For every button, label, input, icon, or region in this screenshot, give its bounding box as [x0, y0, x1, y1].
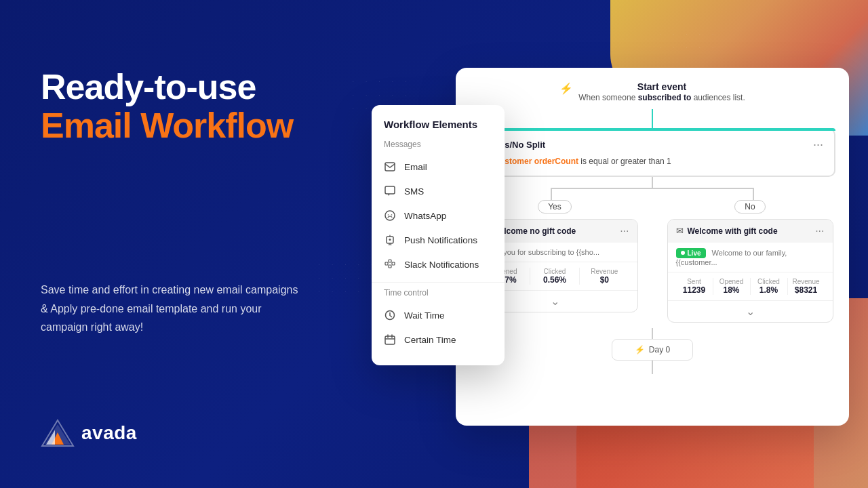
stat-revenue-right-value: $8321: [788, 285, 825, 295]
branch-h-line-container: [469, 177, 835, 189]
no-label: No: [734, 200, 765, 214]
dots-decoration-3: · · · · ·· · · · ·: [660, 27, 719, 54]
card-right-stats: Sent 11239 Opened 18% Clicked 1.8% Rev: [668, 272, 833, 300]
split-box: ⛶ Yes/No Split ··· ⚡ Customer orderCount…: [469, 128, 835, 177]
description-text: Save time and effort in creating new ema…: [41, 281, 298, 336]
stat-clicked-right-value: 1.8%: [751, 285, 787, 295]
wait-icon: [384, 309, 396, 321]
avada-logo: avada: [41, 419, 137, 447]
card-left-chevron: ⌄: [551, 295, 559, 308]
stat-revenue-left-value: $0: [580, 275, 629, 285]
svg-point-6: [385, 211, 395, 220]
stat-sent-right-label: Sent: [676, 278, 713, 285]
stat-revenue-left: Revenue $0: [580, 268, 629, 285]
day-box: ⚡ Day 0: [612, 339, 693, 361]
card-right-email-icon: ✉: [676, 226, 684, 236]
stat-revenue-right: Revenue $8321: [788, 278, 825, 295]
stat-revenue-right-label: Revenue: [788, 278, 825, 285]
svg-rect-16: [385, 336, 395, 344]
bottom-center: ⚡ Day 0: [469, 328, 835, 374]
live-badge: Live: [676, 248, 706, 258]
menu-item-sms[interactable]: SMS: [372, 179, 505, 203]
stat-clicked-right: Clicked 1.8%: [751, 278, 788, 295]
stat-sent-right-value: 11239: [676, 285, 713, 295]
left-v-line: [551, 189, 552, 200]
card-right-header: ✉ Welcome with gift code ···: [668, 220, 833, 243]
live-dot: [681, 251, 685, 255]
branches-row: Yes ✉ Welcome no gift code ··· Thank you…: [469, 200, 835, 323]
start-lightning-icon: ⚡: [559, 82, 573, 95]
svg-point-8: [391, 214, 393, 216]
svg-rect-4: [385, 163, 395, 171]
card-left-more[interactable]: ···: [620, 225, 629, 237]
email-label: Email: [404, 162, 427, 172]
svg-rect-13: [392, 262, 395, 265]
menu-item-slack[interactable]: Slack Notifications: [372, 252, 505, 277]
menu-item-email[interactable]: Email: [372, 155, 505, 179]
stat-revenue-left-label: Revenue: [580, 268, 629, 275]
split-condition-bold: Customer orderCount: [494, 157, 578, 166]
avada-logo-text: avada: [81, 422, 137, 444]
left-content: Ready-to-use Email Workflow Save time an…: [41, 68, 298, 336]
split-condition: ⚡ Customer orderCount is equal or greate…: [481, 156, 823, 167]
certain-label: Certain Time: [404, 335, 456, 345]
live-text: Live: [688, 249, 701, 257]
split-condition-rest: is equal or greater than 1: [580, 157, 671, 166]
start-event-title: Start event: [578, 81, 745, 92]
split-box-teal-top: [469, 128, 835, 131]
panel-divider: [372, 282, 505, 283]
stat-opened-right: Opened 18%: [713, 278, 751, 295]
bottom-v-line: [652, 328, 653, 339]
menu-item-wait[interactable]: Wait Time: [372, 303, 505, 327]
svg-rect-11: [385, 262, 388, 265]
messages-section-label: Messages: [372, 140, 505, 155]
center-v-line: [652, 177, 653, 188]
certain-icon: [384, 333, 396, 346]
wait-label: Wait Time: [404, 310, 445, 321]
sms-icon: [384, 185, 396, 197]
stat-opened-right-label: Opened: [713, 278, 750, 285]
whatsapp-label: WhatsApp: [404, 211, 446, 221]
avada-logo-icon: [41, 419, 75, 447]
split-more-button[interactable]: ···: [813, 138, 823, 152]
day-label: Day 0: [649, 345, 670, 354]
slack-icon: [384, 258, 396, 270]
menu-item-certain[interactable]: Certain Time: [372, 327, 505, 352]
start-event-desc: When someone subscribed to audiences lis…: [578, 92, 745, 104]
right-v-line: [753, 189, 754, 200]
email-icon: [384, 161, 396, 173]
card-with-gift: ✉ Welcome with gift code ··· Live Welcom…: [667, 219, 833, 323]
card-right-chevron: ⌄: [746, 305, 755, 318]
menu-item-whatsapp[interactable]: WhatsApp: [372, 203, 505, 228]
slack-label: Slack Notifications: [404, 260, 479, 270]
card-right-more[interactable]: ···: [815, 225, 824, 237]
stat-clicked-left-value: 0.56%: [530, 275, 579, 285]
time-control-section-label: Time control: [372, 288, 505, 303]
branch-v-lines: [469, 189, 835, 200]
yes-label: Yes: [538, 200, 572, 214]
push-label: Push Notifications: [404, 235, 477, 245]
card-right-title: Welcome with gift code: [688, 226, 778, 236]
no-branch: No ✉ Welcome with gift code ···: [666, 200, 834, 323]
start-event-text: Start event When someone subscribed to a…: [578, 81, 745, 104]
headline-line2: Email Workflow: [41, 106, 298, 145]
teal-connector: [652, 109, 653, 128]
h-connector-line: [551, 188, 754, 189]
sms-label: SMS: [404, 186, 424, 197]
svg-rect-14: [389, 265, 391, 268]
center-line-top: [469, 109, 835, 128]
canvas-inner: ⚡ Start event When someone subscribed to…: [469, 81, 835, 412]
headline-line1: Ready-to-use: [41, 68, 298, 106]
stat-opened-right-value: 18%: [713, 285, 750, 295]
svg-point-10: [389, 239, 391, 241]
card-left-title: Welcome no gift code: [492, 226, 576, 236]
panel-title: Workflow Elements: [372, 119, 505, 140]
stat-clicked-left: Clicked 0.56%: [530, 268, 580, 285]
center-line-2: [469, 177, 835, 188]
svg-rect-12: [389, 260, 391, 262]
workflow-panel: Workflow Elements Messages Email SMS: [372, 105, 505, 365]
bottom-v-line-2: [652, 361, 653, 374]
menu-item-push[interactable]: Push Notifications: [372, 228, 505, 252]
stat-clicked-right-label: Clicked: [751, 278, 787, 285]
svg-rect-5: [385, 186, 395, 194]
